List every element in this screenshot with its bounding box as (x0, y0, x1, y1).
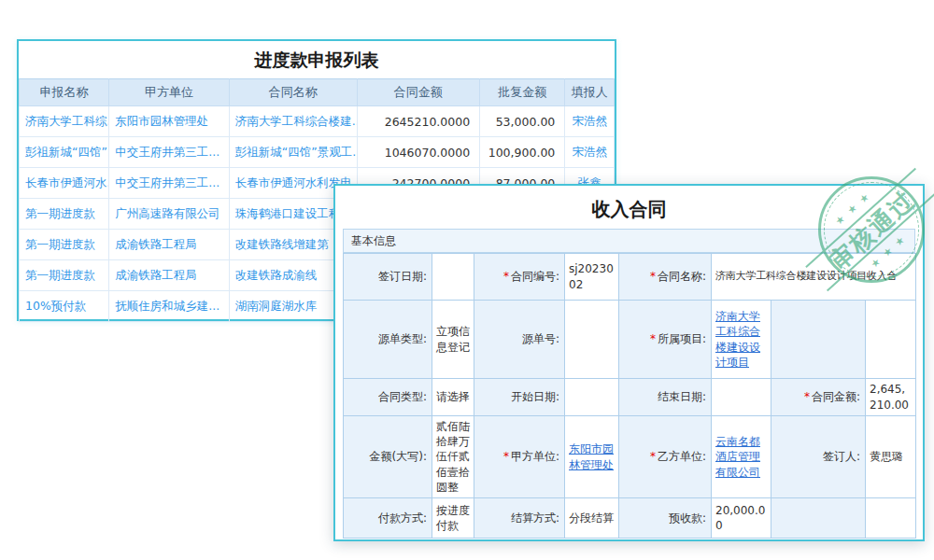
list-header-contract-name: 合同名称 (229, 79, 357, 106)
list-cell-party-a-unit[interactable]: 中交王府井第三工... (109, 168, 230, 199)
list-header-party-a-unit: 甲方单位 (109, 79, 230, 106)
list-cell-party-a-unit[interactable]: 成渝铁路工程局 (109, 260, 230, 291)
list-cell-declaration-name[interactable]: 彭祖新城“四馆”... (20, 137, 109, 168)
form-value-cell: 云南名都酒店管理有限公司 (712, 416, 771, 498)
income-contract-panel: 收入合同 基本信息 签订日期:*合同编号:sj2023002*合同名称:济南大学… (333, 184, 925, 541)
form-value-cell: 黄思璐 (866, 416, 916, 498)
form-row: 付款方式:按进度付款结算方式:分段结算预收款:20,000.00 (344, 498, 916, 539)
form-value-cell: 东阳市园林管理处 (565, 416, 619, 498)
form-value-cell: 2,645,210.00 (866, 379, 916, 416)
list-cell-declaration-name[interactable]: 第一期进度款 (20, 260, 109, 291)
list-header-approved-amount: 批复金额 (480, 79, 565, 106)
required-asterisk-icon: * (503, 270, 509, 283)
form-value-cell: 20,000.00 (712, 498, 771, 539)
list-header-declaration-name: 申报名称 (20, 79, 109, 106)
form-value-cell: 分段结算 (565, 498, 619, 539)
form-value-cell: 立项信息登记 (432, 301, 474, 379)
required-asterisk-icon: * (650, 270, 656, 283)
list-cell-declaration-name[interactable]: 长春市伊通河水... (20, 168, 109, 199)
list-cell-contract-name[interactable]: 济南大学工科综合楼建... (229, 106, 357, 137)
form-label: 结算方式: (474, 498, 565, 539)
form-value-cell: 济南大学工科综合楼建设设计项目收入合 (712, 254, 916, 301)
form-value-link[interactable]: 东阳市园林管理处 (569, 442, 614, 470)
list-cell-party-a-unit[interactable]: 抚顺住房和城乡建... (109, 291, 230, 322)
list-cell-contract-name[interactable]: 彭祖新城“四馆”景观工... (229, 137, 357, 168)
list-cell-party-a-unit[interactable]: 成渝铁路工程局 (109, 230, 230, 260)
page: 进度款申报列表 申报名称甲方单位合同名称合同金额批复金额填报人 济南大学工科综.… (0, 0, 934, 560)
form-value-cell (432, 254, 474, 301)
form-value-cell (866, 301, 916, 379)
form-label: 预收款: (619, 498, 712, 539)
list-cell-contract-amount: 1046070.0000 (357, 137, 480, 168)
form-panel-title: 收入合同 (335, 186, 923, 229)
list-cell-filler[interactable]: 宋浩然 (565, 106, 615, 137)
basic-info-section-header: 基本信息 (343, 229, 915, 253)
form-value-cell (866, 498, 916, 539)
form-label: *所属项目: (619, 301, 712, 379)
form-value-cell (712, 379, 771, 416)
form-value-link[interactable]: 济南大学工科综合楼建设设计项目 (715, 310, 760, 369)
form-value-cell: 济南大学工科综合楼建设设计项目 (712, 301, 771, 379)
form-label: *合同编号: (474, 254, 565, 301)
form-label: 签订日期: (344, 254, 432, 301)
form-row: 金额(大写):贰佰陆拾肆万伍仟贰佰壹拾圆整*甲方单位:东阳市园林管理处*乙方单位… (344, 416, 916, 498)
form-value-cell (565, 301, 619, 379)
form-value-cell: sj2023002 (565, 254, 619, 301)
form-label: *合同名称: (619, 254, 712, 301)
income-contract-form-table: 签订日期:*合同编号:sj2023002*合同名称:济南大学工科综合楼建设设计项… (343, 253, 916, 539)
list-cell-party-a-unit[interactable]: 东阳市园林管理处 (109, 106, 230, 137)
form-label: 开始日期: (474, 379, 565, 416)
required-asterisk-icon: * (804, 390, 810, 403)
form-label: 付款方式: (344, 498, 432, 539)
form-value-cell (565, 379, 619, 416)
list-table-head: 申报名称甲方单位合同名称合同金额批复金额填报人 (20, 79, 615, 106)
list-row: 彭祖新城“四馆”...中交王府井第三工...彭祖新城“四馆”景观工...1046… (20, 137, 615, 168)
form-label: *甲方单位: (474, 416, 565, 498)
required-asterisk-icon: * (650, 450, 656, 463)
list-cell-declaration-name[interactable]: 第一期进度款 (20, 230, 109, 260)
form-label: 源单类型: (344, 301, 432, 379)
list-cell-contract-amount: 2645210.0000 (357, 106, 480, 137)
list-cell-declaration-name[interactable]: 济南大学工科综... (20, 106, 109, 137)
form-row: 合同类型:请选择开始日期:结束日期:*合同金额:2,645,210.00 (344, 379, 916, 416)
list-cell-approved-amount: 100,900.00 (480, 137, 565, 168)
form-row: 签订日期:*合同编号:sj2023002*合同名称:济南大学工科综合楼建设设计项… (344, 254, 916, 301)
form-label: 合同类型: (344, 379, 432, 416)
list-cell-approved-amount: 53,000.00 (480, 106, 565, 137)
list-panel-title: 进度款申报列表 (19, 41, 615, 78)
form-select-placeholder[interactable]: 请选择 (432, 379, 474, 416)
form-value-cell: 按进度付款 (432, 498, 474, 539)
list-cell-party-a-unit[interactable]: 广州高速路有限公司 (109, 199, 230, 230)
form-label: 源单号: (474, 301, 565, 379)
list-row: 济南大学工科综...东阳市园林管理处济南大学工科综合楼建...2645210.0… (20, 106, 615, 137)
form-label (771, 498, 866, 539)
form-label (771, 301, 866, 379)
list-cell-party-a-unit[interactable]: 中交王府井第三工... (109, 137, 230, 168)
form-value-cell: 贰佰陆拾肆万伍仟贰佰壹拾圆整 (432, 416, 474, 498)
form-label: *合同金额: (771, 379, 866, 416)
list-cell-declaration-name[interactable]: 第一期进度款 (20, 199, 109, 230)
list-header-contract-amount: 合同金额 (357, 79, 480, 106)
list-header-filler: 填报人 (565, 79, 615, 106)
list-cell-filler[interactable]: 宋浩然 (565, 137, 615, 168)
form-label: 签订人: (771, 416, 866, 498)
form-label: *乙方单位: (619, 416, 712, 498)
required-asterisk-icon: * (503, 450, 509, 463)
form-label: 金额(大写): (344, 416, 432, 498)
form-label: 结束日期: (619, 379, 712, 416)
required-asterisk-icon: * (650, 332, 656, 345)
list-cell-declaration-name[interactable]: 10%预付款 (20, 291, 109, 322)
form-row: 源单类型:立项信息登记源单号:*所属项目:济南大学工科综合楼建设设计项目 (344, 301, 916, 379)
form-value-link[interactable]: 云南名都酒店管理有限公司 (715, 435, 760, 478)
form-table-body: 签订日期:*合同编号:sj2023002*合同名称:济南大学工科综合楼建设设计项… (344, 254, 916, 539)
